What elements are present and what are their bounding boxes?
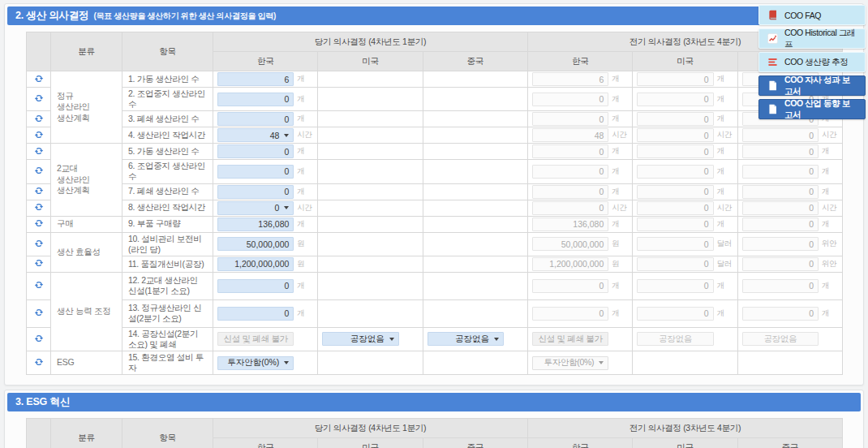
refresh-icon[interactable]: [34, 308, 44, 317]
readonly-value: 0: [532, 185, 608, 199]
value-input[interactable]: 0: [217, 165, 294, 179]
value-cell: 1,200,000,000원: [213, 256, 318, 272]
refresh-icon[interactable]: [34, 280, 44, 290]
value-cell: [318, 232, 423, 256]
menu-coo-faq-button[interactable]: COO FAQ: [758, 5, 866, 25]
menu-coo-output-estimate-button[interactable]: COO 생산량 추정: [758, 52, 866, 72]
unit-label: 개: [294, 308, 313, 319]
value-input[interactable]: 0: [217, 93, 294, 106]
unit-label: 개: [608, 146, 628, 157]
refresh-icon[interactable]: [34, 186, 44, 196]
readonly-value: 0: [532, 201, 608, 215]
country-header-usa: 미국: [633, 438, 737, 448]
value-input[interactable]: 6: [217, 72, 294, 86]
value-cell: 50,000,000원: [213, 232, 318, 256]
readonly-value: 0: [637, 257, 713, 271]
readonly-value: 0: [637, 201, 713, 215]
readonly-value: 0: [532, 112, 608, 126]
dropdown-select[interactable]: 0: [217, 201, 294, 215]
value-cell: [318, 127, 423, 144]
dropdown-select[interactable]: 공장없음: [322, 332, 398, 346]
value-input[interactable]: 0: [217, 144, 294, 158]
unit-label: 개: [294, 281, 313, 291]
menu-coo-industry-trend-report-button[interactable]: COO 산업 동향 보고서: [758, 99, 866, 119]
refresh-icon[interactable]: [34, 202, 44, 212]
unit-label: 달러: [714, 259, 733, 269]
menu-coo-historical-graph-button[interactable]: COO Historical 그래프: [758, 28, 866, 49]
value-input[interactable]: 0: [217, 185, 294, 199]
refresh-icon[interactable]: [34, 258, 44, 268]
current-decision-group-header: 당기 의사결정 (4차년도 1분기): [213, 419, 528, 438]
disabled-field: 신설 및 폐쇄 불가: [532, 332, 608, 346]
value-cell: 공장없음: [423, 327, 527, 351]
item-label: 2. 조업중지 생산라인 수: [122, 88, 213, 111]
dropdown-select[interactable]: 투자안함(0%): [217, 356, 294, 370]
readonly-value: 0: [532, 279, 608, 293]
value-input[interactable]: 0: [217, 307, 294, 321]
unit-label: 원: [608, 259, 628, 269]
value-cell: 0개: [737, 160, 842, 183]
unit-label: 원: [608, 239, 628, 249]
value-input[interactable]: 50,000,000: [217, 237, 294, 251]
item-label: 7. 폐쇄 생산라인 수: [122, 183, 213, 200]
value-cell: 0개: [213, 299, 318, 327]
value-cell: [318, 299, 423, 327]
value-input[interactable]: 1,200,000,000: [217, 257, 294, 271]
readonly-value: 0: [637, 307, 713, 321]
value-cell: 공장없음: [633, 327, 737, 351]
value-cell: 48시간: [213, 127, 318, 144]
value-input[interactable]: 0: [217, 279, 294, 293]
refresh-icon[interactable]: [34, 166, 44, 175]
refresh-icon[interactable]: [34, 93, 44, 103]
refresh-icon[interactable]: [34, 114, 44, 123]
unit-label: 원: [294, 259, 313, 269]
category-column-header: 분류: [51, 32, 122, 71]
unit-label: 시간: [294, 203, 313, 213]
esg-innovation-card: 3. ESG 혁신 분류 항목 당기 의사결정 (4차년도 1분기) 전기 의사…: [4, 390, 864, 448]
section2-row-14: 14. 공장신설(2분기 소요) 및 폐쇄신설 및 폐쇄 불가공장없음공장없음신…: [27, 327, 843, 351]
chevron-down-icon: [494, 338, 499, 341]
value-cell: [423, 71, 527, 88]
value-input[interactable]: 0: [217, 112, 294, 126]
current-decision-group-header: 당기 의사결정 (4차년도 1분기): [213, 32, 528, 52]
readonly-value: 0: [637, 185, 713, 199]
value-cell: 투자안함(0%): [213, 351, 318, 375]
country-header-usa: 미국: [318, 438, 423, 448]
value-cell: [318, 272, 423, 299]
section2-row-2: 2. 조업중지 생산라인 수0개0개0개0개: [27, 88, 843, 111]
unit-label: 개: [608, 308, 628, 319]
value-cell: 1,200,000,000원: [527, 256, 632, 272]
readonly-disabled-field: 공장없음: [742, 332, 819, 346]
value-cell: 0시간: [737, 200, 842, 216]
value-cell: [423, 144, 527, 160]
refresh-cell: [27, 111, 51, 127]
refresh-cell: [27, 256, 51, 272]
dropdown-select[interactable]: 48: [217, 128, 294, 142]
category-column-header: 분류: [51, 419, 122, 448]
unit-label: 원: [294, 239, 313, 249]
refresh-icon[interactable]: [34, 357, 44, 367]
refresh-icon[interactable]: [34, 130, 44, 140]
value-cell: 0개: [633, 183, 737, 200]
value-cell: 50,000,000원: [527, 232, 632, 256]
section2-row-3: 3. 폐쇄 생산라인 수0개0개0개0개: [27, 111, 843, 127]
dropdown-select[interactable]: 공장없음: [428, 332, 504, 346]
value-cell: [423, 216, 527, 232]
refresh-icon[interactable]: [34, 218, 44, 228]
unit-label: 개: [714, 166, 733, 177]
refresh-icon[interactable]: [34, 239, 44, 248]
unit-label: 시간: [608, 130, 628, 140]
value-input[interactable]: 136,080: [217, 218, 294, 231]
value-cell: [423, 183, 527, 200]
unit-label: 개: [294, 114, 313, 124]
refresh-icon[interactable]: [34, 146, 44, 156]
value-cell: 0시간: [213, 200, 318, 216]
category-cell: 정규 생산라인 생산계획: [51, 71, 122, 144]
readonly-value: 0: [742, 257, 819, 271]
refresh-icon[interactable]: [34, 74, 44, 84]
unit-label: 개: [714, 219, 733, 230]
line-chart-icon: [767, 33, 778, 45]
menu-coo-company-performance-report-button[interactable]: COO 자사 성과 보고서: [758, 75, 866, 96]
refresh-icon[interactable]: [34, 334, 44, 343]
unit-label: 개: [714, 74, 733, 84]
